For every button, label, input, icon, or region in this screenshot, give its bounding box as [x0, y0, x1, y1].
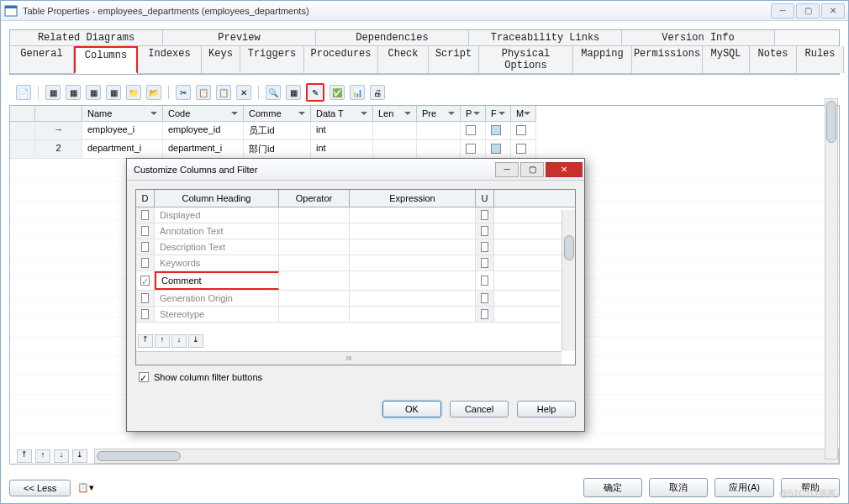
col-datatype[interactable]: Data T: [311, 106, 373, 122]
cell-precision[interactable]: [417, 140, 461, 159]
checkbox[interactable]: [141, 309, 149, 319]
tb-icon[interactable]: ▦: [45, 85, 61, 100]
cancel-button[interactable]: 取消: [649, 478, 708, 497]
maximize-button[interactable]: ▢: [796, 3, 820, 18]
tab-columns[interactable]: Columns: [74, 46, 138, 74]
filter-label[interactable]: Generation Origin: [155, 291, 279, 306]
checkbox[interactable]: [141, 210, 149, 220]
tab-check[interactable]: Check: [378, 46, 429, 73]
cell-length[interactable]: [373, 140, 417, 159]
tab-dependencies[interactable]: Dependencies: [316, 30, 469, 45]
excel-icon[interactable]: 📊: [350, 85, 365, 100]
dialog-help-button[interactable]: Help: [517, 401, 576, 417]
cell-f[interactable]: [486, 140, 511, 159]
tab-physical-options[interactable]: Physical Options: [479, 46, 573, 73]
filter-label[interactable]: Keywords: [155, 255, 279, 270]
nav-bottom-icon[interactable]: ⤓: [72, 449, 87, 463]
fcol-d[interactable]: D: [136, 190, 155, 207]
tab-permissions[interactable]: Permissions: [632, 46, 703, 73]
tb-icon[interactable]: ▦: [106, 85, 121, 100]
ok-button[interactable]: 确定: [583, 478, 642, 497]
cell-name[interactable]: department_i: [82, 140, 163, 159]
cell-datatype[interactable]: int: [311, 122, 373, 140]
footer-icon[interactable]: 📋▾: [77, 482, 94, 493]
cell-comment[interactable]: 部门id: [244, 140, 311, 159]
cut-icon[interactable]: ✂: [176, 85, 191, 100]
col-p[interactable]: P: [461, 106, 486, 122]
row-handle[interactable]: [10, 122, 35, 140]
nav-down-icon[interactable]: ↓: [171, 334, 187, 348]
vertical-scrollbar[interactable]: [825, 98, 838, 459]
col-name[interactable]: Name: [82, 106, 163, 122]
dialog-h-scrollbar[interactable]: III: [136, 351, 562, 365]
minimize-button[interactable]: ─: [771, 3, 794, 18]
dialog-minimize-button[interactable]: ─: [495, 162, 519, 177]
col-length[interactable]: Len: [373, 106, 417, 122]
dialog-close-button[interactable]: ✕: [546, 162, 583, 177]
tb-icon[interactable]: ▦: [86, 85, 101, 100]
col-m[interactable]: M: [511, 106, 536, 122]
checkbox[interactable]: [481, 276, 488, 286]
checkbox[interactable]: [141, 242, 149, 252]
cell-name[interactable]: employee_i: [82, 122, 163, 140]
dialog-ok-button[interactable]: OK: [382, 401, 441, 417]
fcol-expression[interactable]: Expression: [350, 190, 476, 207]
tab-mapping[interactable]: Mapping: [573, 46, 632, 73]
filter-label[interactable]: Stereotype: [155, 307, 279, 322]
tab-procedures[interactable]: Procedures: [304, 46, 378, 73]
nav-up-icon[interactable]: ↑: [155, 334, 170, 348]
cell-length[interactable]: [373, 122, 417, 140]
dialog-maximize-button[interactable]: ▢: [520, 162, 544, 177]
checkbox[interactable]: [481, 293, 488, 303]
cell-code[interactable]: department_i: [163, 140, 244, 159]
checkbox[interactable]: [141, 226, 149, 236]
tab-triggers[interactable]: Triggers: [240, 46, 304, 73]
delete-icon[interactable]: ✕: [236, 85, 251, 100]
filter-label[interactable]: Displayed: [155, 207, 279, 223]
cell-m[interactable]: [511, 140, 536, 159]
filter-label-comment[interactable]: Comment: [155, 271, 279, 290]
tab-script[interactable]: Script: [429, 46, 479, 73]
nav-top-icon[interactable]: ⤒: [138, 334, 153, 348]
cell-p[interactable]: [461, 140, 486, 159]
checkbox[interactable]: [481, 309, 488, 319]
tab-indexes[interactable]: Indexes: [138, 46, 202, 73]
paste-icon[interactable]: 📋: [216, 85, 231, 100]
tab-keys[interactable]: Keys: [202, 46, 240, 73]
cell-p[interactable]: [461, 122, 486, 140]
checkbox[interactable]: [141, 293, 149, 303]
apply-button[interactable]: 应用(A): [715, 478, 774, 497]
tab-related-diagrams[interactable]: Related Diagrams: [10, 30, 163, 45]
col-code[interactable]: Code: [163, 106, 244, 122]
checkbox[interactable]: [481, 258, 488, 268]
tab-traceability[interactable]: Traceability Links: [469, 30, 622, 45]
tb-icon[interactable]: ▦: [66, 85, 81, 100]
horizontal-scrollbar[interactable]: [94, 449, 839, 464]
less-button[interactable]: << Less: [9, 480, 71, 496]
show-filter-checkbox[interactable]: ✓: [139, 372, 149, 382]
tb-icon[interactable]: 📁: [126, 85, 141, 100]
checkbox-checked[interactable]: ✓: [140, 276, 150, 286]
cell-precision[interactable]: [417, 122, 461, 140]
filter-label[interactable]: Annotation Text: [155, 223, 279, 239]
cell-datatype[interactable]: int: [311, 140, 373, 159]
filter-label[interactable]: Description Text: [155, 239, 279, 255]
tb-icon[interactable]: 📄: [16, 85, 31, 100]
close-button[interactable]: ✕: [821, 3, 845, 18]
tab-general[interactable]: General: [10, 46, 74, 73]
tb-icon[interactable]: ▦: [286, 85, 301, 100]
cell-code[interactable]: employee_id: [163, 122, 244, 140]
dialog-cancel-button[interactable]: Cancel: [450, 401, 509, 417]
checkbox[interactable]: [141, 258, 149, 268]
tb-icon[interactable]: ✅: [330, 85, 345, 100]
fcol-u[interactable]: U: [476, 190, 494, 207]
checkbox[interactable]: [481, 226, 488, 236]
nav-down-icon[interactable]: ↓: [54, 449, 69, 463]
col-precision[interactable]: Pre: [417, 106, 461, 122]
checkbox[interactable]: [481, 242, 488, 252]
cell-comment[interactable]: 员工id: [244, 122, 311, 140]
copy-icon[interactable]: 📋: [196, 85, 211, 100]
tab-preview[interactable]: Preview: [163, 30, 316, 45]
tab-version-info[interactable]: Version Info: [622, 30, 775, 45]
tb-icon[interactable]: 📂: [146, 85, 161, 100]
